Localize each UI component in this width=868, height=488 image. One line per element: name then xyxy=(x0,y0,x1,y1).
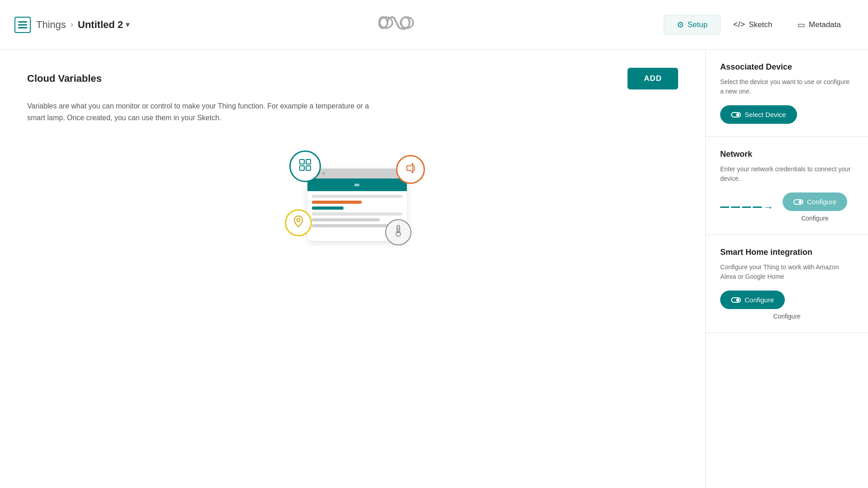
breadcrumb-separator: › xyxy=(71,20,73,29)
thermometer-icon xyxy=(393,225,404,240)
network-configure-button-wrapper: Configure Configure xyxy=(783,192,847,222)
section-description: Variables are what you can monitor or co… xyxy=(27,100,371,123)
browser-dot-3 xyxy=(322,172,326,175)
header-left: Things › Untitled 2 ▾ xyxy=(14,17,129,33)
svg-point-15 xyxy=(736,113,740,116)
sound-icon xyxy=(404,162,417,177)
browser-topbar: ∞ xyxy=(307,178,407,191)
circle-temp xyxy=(385,219,411,245)
network-configure-label: Configure xyxy=(783,215,847,222)
breadcrumb-things[interactable]: Things xyxy=(36,19,66,31)
associated-device-description: Select the device you want to use or con… xyxy=(720,77,854,96)
associated-device-title: Associated Device xyxy=(720,62,854,72)
smart-home-title: Smart Home integration xyxy=(720,248,854,257)
header: Things › Untitled 2 ▾ ⚙ Setup </> Sketch xyxy=(0,0,868,50)
add-variable-button[interactable]: ADD xyxy=(627,68,678,89)
smart-home-section: Smart Home integration Configure your Th… xyxy=(706,235,868,333)
tab-sketch[interactable]: </> Sketch xyxy=(721,15,785,34)
section-header: Cloud Variables ADD xyxy=(27,68,678,89)
smart-home-configure-label: Configure xyxy=(720,313,854,320)
dash-4 xyxy=(753,206,762,208)
location-pin-icon xyxy=(292,215,304,230)
svg-marker-9 xyxy=(407,164,413,173)
metadata-icon: ▭ xyxy=(797,20,805,30)
dash-1 xyxy=(720,206,729,208)
network-description: Enter your network credentials to connec… xyxy=(720,164,854,183)
svg-rect-8 xyxy=(306,166,311,170)
circle-pin xyxy=(285,209,312,236)
smart-home-description: Configure your Thing to work with Amazon… xyxy=(720,263,854,282)
svg-rect-1 xyxy=(18,24,27,25)
network-title: Network xyxy=(720,150,854,159)
dashed-arrow: → xyxy=(720,202,774,213)
associated-device-button-wrapper: Select Device xyxy=(720,105,854,124)
svg-point-17 xyxy=(799,200,802,203)
circle-sound xyxy=(396,155,425,184)
tab-metadata[interactable]: ▭ Metadata xyxy=(785,15,854,34)
section-title: Cloud Variables xyxy=(27,73,102,84)
breadcrumb-dropdown-icon: ▾ xyxy=(126,20,129,29)
dash-2 xyxy=(731,206,740,208)
browser-line-6 xyxy=(312,224,389,227)
arduino-logo xyxy=(378,14,415,36)
network-configure-button[interactable]: Configure xyxy=(783,192,847,211)
browser-titlebar xyxy=(307,169,407,178)
grid-icon xyxy=(299,159,311,174)
svg-point-10 xyxy=(297,219,300,222)
breadcrumb: Things › Untitled 2 ▾ xyxy=(36,19,129,31)
sidebar-right: Associated Device Select the device you … xyxy=(705,50,868,488)
smart-home-button-wrapper: Configure Configure xyxy=(720,291,854,320)
browser-line-4 xyxy=(312,212,402,216)
browser-logo: ∞ xyxy=(354,181,360,189)
code-icon: </> xyxy=(733,20,745,29)
header-center-logo xyxy=(378,14,415,36)
content-area: Cloud Variables ADD Variables are what y… xyxy=(0,50,705,488)
tab-setup[interactable]: ⚙ Setup xyxy=(664,15,721,35)
breadcrumb-current[interactable]: Untitled 2 ▾ xyxy=(78,19,129,31)
main-layout: Cloud Variables ADD Variables are what y… xyxy=(0,50,868,488)
network-section: Network Enter your network credentials t… xyxy=(706,137,868,235)
svg-rect-6 xyxy=(306,160,311,164)
svg-rect-0 xyxy=(18,21,27,23)
svg-rect-5 xyxy=(300,160,304,164)
select-device-button[interactable]: Select Device xyxy=(720,105,797,124)
gear-icon: ⚙ xyxy=(677,20,684,30)
circle-grid xyxy=(289,150,321,182)
svg-point-4 xyxy=(401,17,413,28)
smart-home-configure-button[interactable]: Configure xyxy=(720,291,785,309)
svg-rect-2 xyxy=(18,27,27,28)
svg-rect-7 xyxy=(300,166,304,170)
illustration-container: ∞ xyxy=(27,150,678,250)
browser-line-2 xyxy=(312,201,362,204)
sidebar-toggle-button[interactable] xyxy=(14,17,31,33)
associated-device-section: Associated Device Select the device you … xyxy=(706,50,868,137)
dash-3 xyxy=(742,206,751,208)
cloud-variables-illustration: ∞ xyxy=(280,150,425,250)
browser-line-3 xyxy=(312,206,344,210)
svg-point-19 xyxy=(736,298,740,301)
header-tabs: ⚙ Setup </> Sketch ▭ Metadata xyxy=(664,15,854,35)
browser-line-1 xyxy=(312,195,402,198)
network-row: → Configure Configure xyxy=(720,192,854,222)
browser-line-5 xyxy=(312,218,380,221)
arrow-icon: → xyxy=(764,202,774,213)
